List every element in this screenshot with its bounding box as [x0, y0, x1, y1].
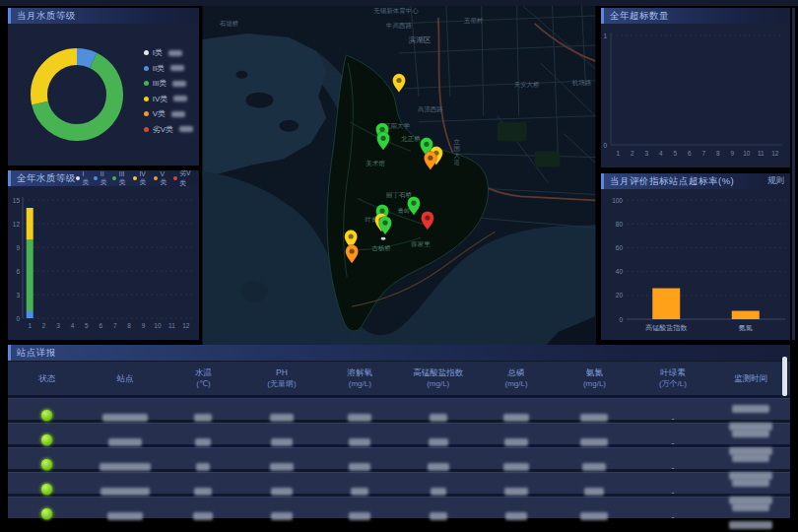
redacted-value: [428, 463, 449, 471]
table-row[interactable]: -: [8, 447, 790, 469]
legend-dot: [76, 176, 80, 180]
legend-label: II类: [100, 170, 108, 187]
table-row[interactable]: -: [8, 497, 790, 518]
legend-dot: [94, 176, 98, 180]
stacked-bar-chart: 03691215123456789101112: [8, 186, 199, 340]
rate-bar[interactable]: [732, 311, 760, 319]
redacted-value: [193, 512, 213, 520]
stacked-bar-segment[interactable]: [27, 208, 33, 239]
redacted-value: [431, 488, 446, 496]
redacted-value: [271, 512, 293, 520]
axis-label: 20: [616, 292, 624, 299]
legend-item[interactable]: 劣V类: [173, 173, 193, 183]
redacted-value: [732, 405, 769, 413]
axis-label: 2: [631, 150, 634, 157]
col-header-chla: 叶绿素(万个/L): [633, 367, 711, 389]
map-label: 滨湖区: [409, 35, 432, 44]
redacted-value: [504, 488, 528, 496]
legend-label: IV类: [139, 170, 149, 187]
axis-label: 2: [42, 322, 46, 329]
panel-year-quality: 全年水质等级 I类II类III类IV类V类劣V类 036912151234567…: [8, 170, 199, 340]
redacted-value: [100, 463, 151, 471]
panel-title-bar: 全年水质等级 I类II类III类IV类V类劣V类: [8, 170, 199, 186]
redacted-value: [171, 111, 185, 117]
redacted-value: [270, 463, 294, 471]
panel-year-exceed: 全年超标数量 10123456789101112: [601, 8, 790, 167]
axis-label: 9: [16, 244, 20, 251]
redacted-value: [580, 512, 608, 520]
legend-item[interactable]: IV类: [144, 94, 195, 104]
cell-value: -: [671, 438, 674, 448]
redacted-value: [349, 463, 370, 471]
rate-bar[interactable]: [652, 289, 680, 319]
axis-label: 40: [616, 268, 624, 275]
legend-item[interactable]: II类: [144, 63, 195, 74]
map-selected-marker-base: [381, 237, 386, 240]
legend-item[interactable]: I类: [144, 47, 195, 58]
redacted-value: [102, 414, 148, 422]
axis-label: 60: [616, 244, 624, 251]
axis-label: 80: [616, 221, 624, 228]
panel-station-table: 站点详报 状态 站点 水温(℃) PH(无量纲) 溶解氧(mg/L) 高锰酸盐指…: [8, 345, 790, 514]
status-indicator: [40, 507, 53, 520]
table-row[interactable]: -: [8, 423, 790, 444]
cell-value: -: [671, 512, 674, 522]
axis-label: 15: [13, 197, 21, 204]
map-canvas[interactable]: 石塘桥无锡新体育中心中高西路滨湖区五星村高浪西路江南大学北正桥立国大道美术馆丽丁…: [202, 6, 596, 347]
axis-label: 5: [85, 322, 89, 329]
redacted-value: [195, 438, 211, 446]
axis-label: 9: [730, 150, 734, 157]
redacted-value: [107, 512, 143, 520]
stacked-chart-legend: I类II类III类IV类V类劣V类: [76, 173, 193, 183]
cell-value: -: [671, 463, 674, 473]
map-label: 五星村: [464, 17, 483, 25]
legend-label: V类: [153, 108, 166, 119]
legend-item[interactable]: V类: [154, 173, 168, 183]
legend-item[interactable]: II类: [94, 173, 107, 183]
rules-link[interactable]: 规则: [767, 175, 784, 187]
table-row[interactable]: -: [8, 398, 790, 420]
col-header-codmn: 高锰酸盐指数(mg/L): [399, 367, 477, 389]
legend-item[interactable]: III类: [112, 173, 128, 183]
legend-item[interactable]: IV类: [133, 173, 149, 183]
legend-item[interactable]: 劣V类: [144, 124, 195, 135]
map-label: 北正桥: [401, 135, 421, 143]
table-row[interactable]: -: [8, 472, 790, 494]
axis-label: 6: [16, 268, 20, 275]
stacked-bar-segment[interactable]: [27, 239, 33, 310]
axis-label: 1: [616, 150, 620, 157]
map-label: 美术馆: [366, 160, 385, 166]
panel-title-bar: 站点详报: [8, 345, 790, 361]
cell-value: -: [671, 488, 674, 498]
panel-title: 当月水质等级: [17, 10, 76, 23]
legend-label: I类: [153, 47, 163, 58]
redacted-value: [505, 512, 527, 520]
axis-label: 4: [659, 150, 663, 157]
axis-label: 6: [99, 322, 102, 329]
axis-label: 12: [182, 322, 190, 329]
dashboard: 当月水质等级 I类II类III类IV类V类劣V类 全年水质等级 I类II类III…: [0, 0, 798, 532]
axis-label: 12: [771, 150, 779, 157]
axis-label: 12: [13, 221, 21, 228]
axis-label: 7: [113, 322, 117, 329]
legend-item[interactable]: III类: [144, 78, 195, 89]
panel-title-bar: 当月评价指标站点超标率(%) 规则: [601, 173, 790, 189]
redacted-value: [580, 438, 608, 446]
right-edge-strip: [792, 8, 795, 340]
status-indicator: [40, 409, 53, 422]
exceed-chart: 10123456789101112: [601, 24, 790, 167]
cell-value: -: [671, 414, 674, 424]
redacted-value: [430, 512, 447, 520]
map-label: 古杨桥: [371, 244, 391, 252]
axis-label: 9: [142, 322, 146, 329]
redacted-value: [196, 463, 210, 471]
legend-item[interactable]: I类: [76, 173, 89, 183]
map-label: 丽丁石桥: [386, 191, 412, 199]
table-scrollbar[interactable]: [782, 357, 787, 396]
legend-item[interactable]: V类: [144, 108, 195, 119]
col-header-station: 站点: [86, 373, 164, 384]
stacked-bar-segment[interactable]: [27, 310, 33, 318]
redacted-value: [271, 488, 293, 496]
map-label: 立国大道: [454, 138, 461, 166]
redacted-value: [271, 438, 293, 446]
